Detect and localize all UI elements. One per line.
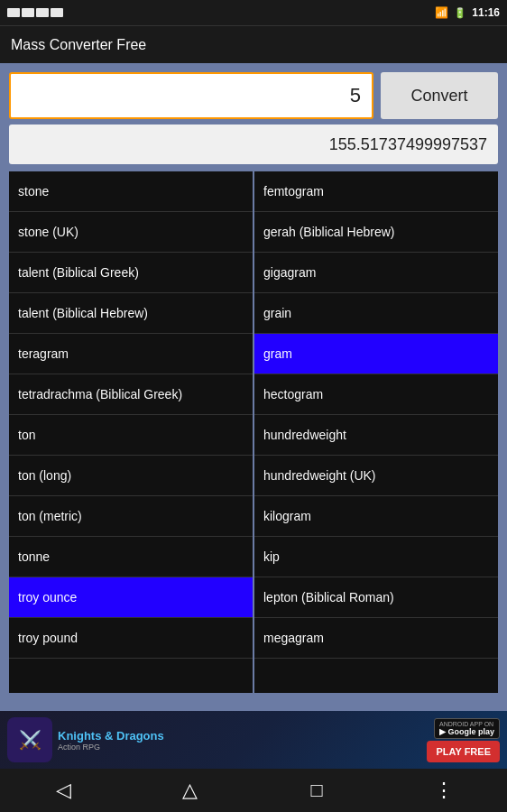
title-bar: Mass Converter Free <box>0 25 507 63</box>
banner-game-icon: ⚔️ <box>7 717 52 762</box>
number-input-display[interactable]: 5 <box>9 72 373 119</box>
status-right: 📶 🔋 11:16 <box>435 6 500 19</box>
left-list-item[interactable]: stone <box>9 171 253 212</box>
google-play-badge: ANDROID APP ON ▶ Google play <box>434 718 500 739</box>
right-list-item[interactable]: gigagram <box>254 253 498 293</box>
right-list-item[interactable]: hundredweight (UK) <box>254 456 498 496</box>
right-list-item[interactable]: femtogram <box>254 171 498 212</box>
left-list-item[interactable]: ton (long) <box>9 456 253 496</box>
banner-content: ⚔️ Knights & Dragons Action RPG <box>7 717 164 762</box>
status-time: 11:16 <box>472 6 500 19</box>
nav-bar: ◁ △ □ ⋮ <box>0 769 507 812</box>
notification-icons <box>7 8 63 17</box>
left-list-item[interactable]: tonne <box>9 537 253 577</box>
right-list-item[interactable]: kilogram <box>254 496 498 537</box>
right-list-item[interactable]: gerah (Biblical Hebrew) <box>254 212 498 253</box>
left-list-item[interactable]: stone (UK) <box>9 212 253 253</box>
left-list-item[interactable]: talent (Biblical Hebrew) <box>9 293 253 334</box>
right-list-item[interactable]: megagram <box>254 618 498 659</box>
right-list[interactable]: femtogramgerah (Biblical Hebrew)gigagram… <box>254 171 498 693</box>
right-list-item[interactable]: gram <box>254 334 498 374</box>
home-button[interactable]: △ <box>168 772 213 808</box>
left-list[interactable]: stonestone (UK)talent (Biblical Greek)ta… <box>9 171 253 693</box>
banner-store-section: ANDROID APP ON ▶ Google play PLAY FREE <box>427 718 500 762</box>
left-list-item[interactable]: troy ounce <box>9 577 253 618</box>
left-list-item[interactable]: teragram <box>9 334 253 374</box>
right-list-item[interactable]: kip <box>254 537 498 577</box>
notif-icon-4 <box>51 8 63 17</box>
notif-icons <box>7 8 63 17</box>
right-list-item[interactable]: lepton (Biblical Roman) <box>254 577 498 618</box>
play-free-button[interactable]: PLAY FREE <box>427 741 500 762</box>
result-area: 155.51737499997537 <box>9 125 498 164</box>
convert-button[interactable]: Convert <box>381 72 498 119</box>
left-list-item[interactable]: tetradrachma (Biblical Greek) <box>9 374 253 415</box>
status-bar: 📶 🔋 11:16 <box>0 0 507 25</box>
notif-icon-3 <box>36 8 49 17</box>
menu-button[interactable]: ⋮ <box>421 772 466 808</box>
input-area: 5 Convert <box>0 63 507 125</box>
left-list-item[interactable]: talent (Biblical Greek) <box>9 253 253 293</box>
left-list-item[interactable]: troy pound <box>9 618 253 659</box>
lists-container: stonestone (UK)talent (Biblical Greek)ta… <box>9 171 498 693</box>
recent-button[interactable]: □ <box>294 772 339 808</box>
wifi-icon: 📶 <box>435 6 448 19</box>
banner-game-name: Knights & Dragons Action RPG <box>58 729 164 752</box>
banner-ad[interactable]: ⚔️ Knights & Dragons Action RPG ANDROID … <box>0 711 507 769</box>
back-button[interactable]: ◁ <box>41 772 86 808</box>
right-list-item[interactable]: grain <box>254 293 498 334</box>
notif-icon-1 <box>7 8 20 17</box>
input-value: 5 <box>350 84 361 107</box>
left-list-item[interactable]: ton <box>9 415 253 456</box>
right-list-item[interactable]: hectogram <box>254 374 498 415</box>
left-list-item[interactable]: ton (metric) <box>9 496 253 537</box>
battery-icon: 🔋 <box>454 7 466 19</box>
right-list-item[interactable]: hundredweight <box>254 415 498 456</box>
app-title: Mass Converter Free <box>11 37 146 53</box>
result-value: 155.51737499997537 <box>329 135 487 154</box>
notif-icon-2 <box>22 8 34 17</box>
